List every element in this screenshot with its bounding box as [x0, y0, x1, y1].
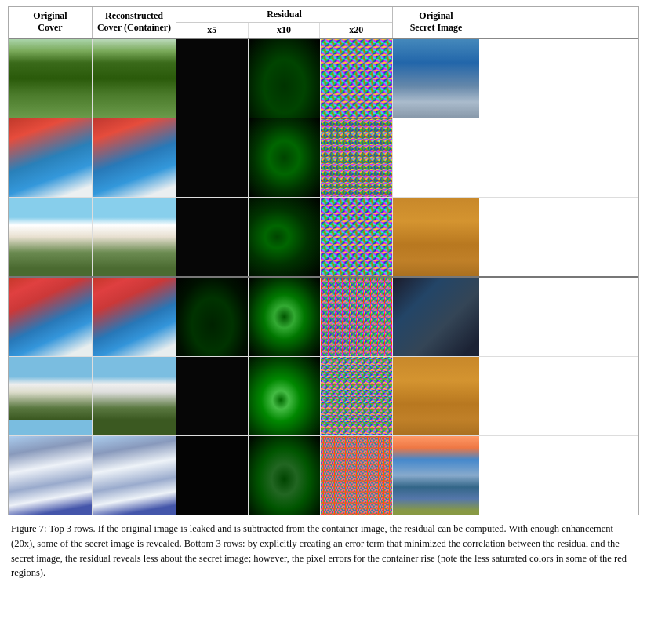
cell-recon-4	[93, 278, 176, 356]
cell-secret-1	[393, 39, 479, 118]
header-original-cover: Original Cover	[9, 7, 93, 38]
image-orig-2	[9, 118, 92, 197]
figure-table: Original Cover Reconstructed Cover (Cont…	[8, 6, 639, 515]
image-orig-3	[9, 198, 92, 276]
image-res10-2	[249, 118, 320, 197]
image-res20-4	[321, 278, 392, 356]
cell-secret-6	[393, 436, 479, 515]
header-recon-cover: Reconstructed Cover (Container)	[93, 7, 176, 38]
cell-res5-4	[176, 278, 249, 356]
cell-res10-1	[249, 39, 321, 118]
image-recon-4	[93, 278, 176, 356]
image-res5-3	[176, 198, 248, 276]
header-res-x20: x20	[320, 23, 392, 38]
header-res-x5: x5	[176, 23, 249, 38]
cell-res5-1	[176, 39, 249, 118]
cell-recon-3	[93, 198, 176, 276]
cell-res10-5	[249, 357, 321, 435]
image-res20-2	[321, 118, 392, 197]
table-row	[9, 39, 638, 118]
header-res-x10: x10	[249, 23, 321, 38]
cell-res5-6	[176, 436, 249, 515]
image-recon-2	[93, 118, 176, 197]
header-residual-group: Residual x5 x10 x20	[176, 7, 393, 38]
image-recon-1	[93, 39, 176, 118]
image-res10-5	[249, 357, 320, 435]
cell-secret-3	[393, 198, 479, 276]
header-residual-label: Residual	[176, 7, 392, 23]
cell-res10-4	[249, 278, 321, 356]
image-res10-4	[249, 278, 320, 356]
image-res5-4	[176, 278, 248, 356]
header-orig-label: Original Cover	[9, 10, 91, 35]
image-res20-5	[321, 357, 392, 435]
image-recon-6	[93, 436, 176, 515]
cell-orig-5	[9, 357, 93, 435]
main-container: Original Cover Reconstructed Cover (Cont…	[0, 0, 647, 590]
cell-res5-5	[176, 357, 249, 435]
image-res20-6	[321, 436, 392, 515]
figure-caption: Figure 7: Top 3 rows. If the original im…	[8, 515, 639, 584]
image-orig-6	[9, 436, 92, 515]
image-secret-2	[393, 118, 479, 197]
cell-res10-2	[249, 118, 321, 197]
cell-recon-2	[93, 118, 176, 197]
header-secret-label: Original Secret Image	[394, 10, 478, 35]
cell-res20-3	[321, 198, 393, 276]
image-secret-3	[393, 198, 479, 276]
cell-orig-6	[9, 436, 93, 515]
image-res10-3	[249, 198, 320, 276]
image-secret-1	[393, 39, 479, 118]
image-res5-2	[176, 118, 248, 197]
table-row	[9, 198, 638, 278]
cell-orig-4	[9, 278, 93, 356]
image-orig-4	[9, 278, 92, 356]
cell-orig-2	[9, 118, 93, 197]
caption-text: Figure 7: Top 3 rows. If the original im…	[11, 523, 627, 578]
cell-res20-4	[321, 278, 393, 356]
cell-recon-5	[93, 357, 176, 435]
image-orig-5	[9, 357, 92, 435]
cell-orig-3	[9, 198, 93, 276]
cell-res20-1	[321, 39, 393, 118]
image-res10-1	[249, 39, 320, 118]
cell-res20-2	[321, 118, 393, 197]
cell-res10-6	[249, 436, 321, 515]
cell-secret-4	[393, 278, 479, 356]
table-row	[9, 436, 638, 515]
cell-secret-2	[393, 118, 479, 197]
table-row	[9, 278, 638, 357]
image-res5-5	[176, 357, 248, 435]
cell-orig-1	[9, 39, 93, 118]
table-row	[9, 357, 638, 436]
cell-res5-3	[176, 198, 249, 276]
cell-recon-6	[93, 436, 176, 515]
table-row	[9, 118, 638, 198]
cell-res20-6	[321, 436, 393, 515]
cell-res20-5	[321, 357, 393, 435]
cell-res5-2	[176, 118, 249, 197]
image-secret-5	[393, 357, 479, 435]
image-res10-6	[249, 436, 320, 515]
image-secret-6	[393, 436, 479, 515]
table-header: Original Cover Reconstructed Cover (Cont…	[9, 7, 638, 39]
image-recon-3	[93, 198, 176, 276]
header-residual-subs: x5 x10 x20	[176, 23, 392, 38]
image-res5-1	[176, 39, 248, 118]
image-res20-1	[321, 39, 392, 118]
header-recon-label: Reconstructed Cover (Container)	[93, 10, 175, 35]
header-secret-image: Original Secret Image	[393, 7, 479, 38]
cell-recon-1	[93, 39, 176, 118]
image-secret-4	[393, 278, 479, 356]
image-res5-6	[176, 436, 248, 515]
cell-secret-5	[393, 357, 479, 435]
image-res20-3	[321, 198, 392, 276]
cell-res10-3	[249, 198, 321, 276]
image-orig-1	[9, 39, 92, 118]
image-recon-5	[93, 357, 176, 435]
